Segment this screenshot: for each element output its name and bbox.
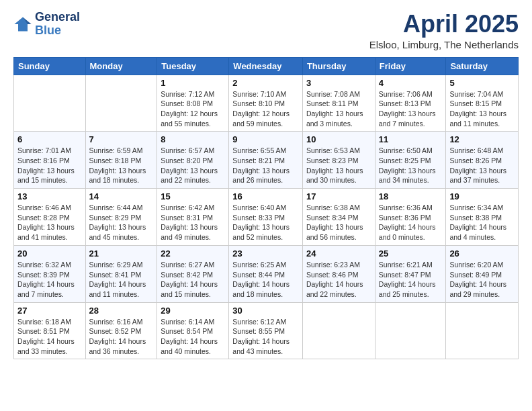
calendar-header-row: SundayMondayTuesdayWednesdayThursdayFrid… <box>14 57 519 75</box>
day-info: Sunrise: 6:44 AMSunset: 8:29 PMDaylight:… <box>89 203 154 242</box>
day-info: Sunrise: 6:25 AMSunset: 8:44 PMDaylight:… <box>232 260 299 300</box>
day-number: 5 <box>449 78 515 88</box>
day-number: 18 <box>379 191 443 201</box>
day-info: Sunrise: 7:04 AMSunset: 8:15 PMDaylight:… <box>449 89 515 129</box>
calendar-cell: 23Sunrise: 6:25 AMSunset: 8:44 PMDayligh… <box>229 245 303 302</box>
calendar-cell: 25Sunrise: 6:21 AMSunset: 8:47 PMDayligh… <box>375 245 446 302</box>
calendar-cell <box>14 75 86 132</box>
day-info: Sunrise: 6:20 AMSunset: 8:49 PMDaylight:… <box>449 260 515 300</box>
day-info: Sunrise: 6:21 AMSunset: 8:47 PMDaylight:… <box>379 260 443 300</box>
day-number: 28 <box>89 306 154 316</box>
day-info: Sunrise: 7:06 AMSunset: 8:13 PMDaylight:… <box>379 89 443 129</box>
calendar-week-5: 27Sunrise: 6:18 AMSunset: 8:51 PMDayligh… <box>14 302 519 359</box>
day-number: 21 <box>89 248 154 259</box>
calendar-cell: 3Sunrise: 7:08 AMSunset: 8:11 PMDaylight… <box>302 75 375 132</box>
calendar-cell: 1Sunrise: 7:12 AMSunset: 8:08 PMDaylight… <box>157 75 229 132</box>
day-number: 12 <box>449 134 515 144</box>
calendar-cell: 18Sunrise: 6:36 AMSunset: 8:36 PMDayligh… <box>375 189 446 246</box>
calendar-cell: 7Sunrise: 6:59 AMSunset: 8:18 PMDaylight… <box>85 132 157 189</box>
weekday-header-tuesday: Tuesday <box>157 57 229 75</box>
weekday-header-thursday: Thursday <box>302 57 375 75</box>
calendar-cell <box>85 75 157 132</box>
calendar-cell: 16Sunrise: 6:40 AMSunset: 8:33 PMDayligh… <box>229 189 303 246</box>
calendar-week-4: 20Sunrise: 6:32 AMSunset: 8:39 PMDayligh… <box>14 245 519 302</box>
day-number: 1 <box>161 78 225 88</box>
subtitle: Elsloo, Limburg, The Netherlands <box>369 39 519 50</box>
day-number: 14 <box>89 191 154 201</box>
day-info: Sunrise: 7:01 AMSunset: 8:16 PMDaylight:… <box>17 146 82 185</box>
calendar-cell: 15Sunrise: 6:42 AMSunset: 8:31 PMDayligh… <box>157 189 229 246</box>
day-info: Sunrise: 6:55 AMSunset: 8:21 PMDaylight:… <box>232 146 299 185</box>
calendar-cell: 12Sunrise: 6:48 AMSunset: 8:26 PMDayligh… <box>446 132 519 189</box>
day-number: 16 <box>232 191 299 201</box>
day-info: Sunrise: 6:48 AMSunset: 8:26 PMDaylight:… <box>449 146 515 185</box>
day-number: 30 <box>232 306 299 316</box>
calendar-cell: 22Sunrise: 6:27 AMSunset: 8:42 PMDayligh… <box>157 245 229 302</box>
calendar-cell: 14Sunrise: 6:44 AMSunset: 8:29 PMDayligh… <box>85 189 157 246</box>
day-info: Sunrise: 6:50 AMSunset: 8:25 PMDaylight:… <box>379 146 443 185</box>
day-info: Sunrise: 6:38 AMSunset: 8:34 PMDaylight:… <box>306 203 371 242</box>
calendar-table: SundayMondayTuesdayWednesdayThursdayFrid… <box>13 57 519 360</box>
day-number: 2 <box>232 78 299 88</box>
day-number: 15 <box>161 191 225 201</box>
logo-text-general: General <box>35 11 80 24</box>
day-info: Sunrise: 6:53 AMSunset: 8:23 PMDaylight:… <box>306 146 371 185</box>
calendar-cell: 4Sunrise: 7:06 AMSunset: 8:13 PMDaylight… <box>375 75 446 132</box>
calendar-cell: 17Sunrise: 6:38 AMSunset: 8:34 PMDayligh… <box>302 189 375 246</box>
calendar-cell: 26Sunrise: 6:20 AMSunset: 8:49 PMDayligh… <box>446 245 519 302</box>
calendar-cell: 29Sunrise: 6:14 AMSunset: 8:54 PMDayligh… <box>157 302 229 359</box>
day-info: Sunrise: 6:46 AMSunset: 8:28 PMDaylight:… <box>17 203 82 242</box>
weekday-header-sunday: Sunday <box>14 57 86 75</box>
calendar-cell: 13Sunrise: 6:46 AMSunset: 8:28 PMDayligh… <box>14 189 86 246</box>
day-number: 10 <box>306 134 371 144</box>
calendar-cell: 11Sunrise: 6:50 AMSunset: 8:25 PMDayligh… <box>375 132 446 189</box>
day-number: 25 <box>379 248 443 259</box>
day-info: Sunrise: 6:23 AMSunset: 8:46 PMDaylight:… <box>306 260 371 300</box>
day-info: Sunrise: 6:18 AMSunset: 8:51 PMDaylight:… <box>17 317 82 357</box>
calendar-cell: 27Sunrise: 6:18 AMSunset: 8:51 PMDayligh… <box>14 302 86 359</box>
day-number: 17 <box>306 191 371 201</box>
calendar-cell: 9Sunrise: 6:55 AMSunset: 8:21 PMDaylight… <box>229 132 303 189</box>
weekday-header-wednesday: Wednesday <box>229 57 303 75</box>
day-number: 6 <box>17 134 82 144</box>
calendar-cell: 6Sunrise: 7:01 AMSunset: 8:16 PMDaylight… <box>14 132 86 189</box>
calendar-week-1: 1Sunrise: 7:12 AMSunset: 8:08 PMDaylight… <box>14 75 519 132</box>
logo: General Blue <box>13 11 80 38</box>
day-info: Sunrise: 6:12 AMSunset: 8:55 PMDaylight:… <box>232 317 299 357</box>
logo-text-blue: Blue <box>35 24 80 38</box>
day-number: 24 <box>306 248 371 259</box>
calendar-cell: 10Sunrise: 6:53 AMSunset: 8:23 PMDayligh… <box>302 132 375 189</box>
day-number: 20 <box>17 248 82 259</box>
calendar-cell: 30Sunrise: 6:12 AMSunset: 8:55 PMDayligh… <box>229 302 303 359</box>
title-block: April 2025 Elsloo, Limburg, The Netherla… <box>369 11 519 50</box>
day-number: 3 <box>306 78 371 88</box>
calendar-cell <box>375 302 446 359</box>
page: General Blue April 2025 Elsloo, Limburg,… <box>0 0 532 411</box>
calendar-cell: 28Sunrise: 6:16 AMSunset: 8:52 PMDayligh… <box>85 302 157 359</box>
day-info: Sunrise: 6:34 AMSunset: 8:38 PMDaylight:… <box>449 203 515 242</box>
day-info: Sunrise: 7:10 AMSunset: 8:10 PMDaylight:… <box>232 89 299 129</box>
weekday-header-monday: Monday <box>85 57 157 75</box>
calendar-cell <box>302 302 375 359</box>
main-title: April 2025 <box>369 11 519 38</box>
day-number: 27 <box>17 306 82 316</box>
calendar-week-2: 6Sunrise: 7:01 AMSunset: 8:16 PMDaylight… <box>14 132 519 189</box>
calendar-cell: 24Sunrise: 6:23 AMSunset: 8:46 PMDayligh… <box>302 245 375 302</box>
day-info: Sunrise: 6:40 AMSunset: 8:33 PMDaylight:… <box>232 203 299 242</box>
day-info: Sunrise: 6:36 AMSunset: 8:36 PMDaylight:… <box>379 203 443 242</box>
calendar-week-3: 13Sunrise: 6:46 AMSunset: 8:28 PMDayligh… <box>14 189 519 246</box>
calendar-cell: 19Sunrise: 6:34 AMSunset: 8:38 PMDayligh… <box>446 189 519 246</box>
day-number: 4 <box>379 78 443 88</box>
day-number: 22 <box>161 248 225 259</box>
day-number: 19 <box>449 191 515 201</box>
day-number: 8 <box>161 134 225 144</box>
day-info: Sunrise: 6:14 AMSunset: 8:54 PMDaylight:… <box>161 317 225 357</box>
calendar-cell <box>446 302 519 359</box>
weekday-header-saturday: Saturday <box>446 57 519 75</box>
day-info: Sunrise: 6:59 AMSunset: 8:18 PMDaylight:… <box>89 146 154 185</box>
day-number: 7 <box>89 134 154 144</box>
day-info: Sunrise: 6:29 AMSunset: 8:41 PMDaylight:… <box>89 260 154 300</box>
day-info: Sunrise: 6:42 AMSunset: 8:31 PMDaylight:… <box>161 203 225 242</box>
header: General Blue April 2025 Elsloo, Limburg,… <box>13 11 519 50</box>
day-number: 13 <box>17 191 82 201</box>
